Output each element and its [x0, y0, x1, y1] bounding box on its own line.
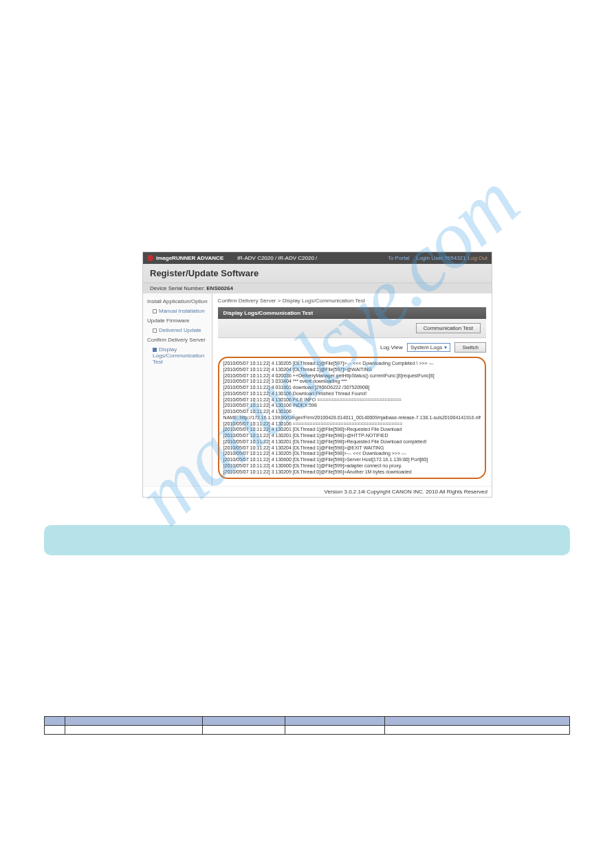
- bullet-icon: [153, 348, 157, 352]
- page-title: Register/Update Software: [150, 268, 485, 278]
- log-line: NAME::http://172.16.1.139:80/Ginger/Firm…: [223, 415, 481, 421]
- sidebar-item-label: Display Logs/Communication Test: [153, 346, 204, 365]
- communication-test-button[interactable]: Communication Test: [416, 323, 481, 333]
- log-line: [2010/05/07 10:11:22] 4 020036 ++Deliver…: [223, 373, 481, 379]
- sidebar-head-confirm: Confirm Delivery Server: [143, 335, 212, 345]
- model-label: iR-ADV C2020 / iR-ADV C2020 /: [237, 255, 317, 261]
- logview-select-value: System Logs: [410, 344, 442, 350]
- main-content: Confirm Delivery Server > Display Logs/C…: [212, 293, 492, 486]
- logout-link[interactable]: Log Out: [468, 255, 487, 261]
- th-code: [203, 717, 285, 726]
- portal-link[interactable]: To Portal: [388, 255, 410, 261]
- log-line: [2010/05/07 10:11:22] 4 130106 Download …: [223, 391, 481, 397]
- button-row: Communication Test: [218, 319, 486, 338]
- login-user: 7654321: [444, 255, 465, 261]
- log-line: [2010/05/07 10:11:22] 4 130106 FILE INFO…: [223, 397, 481, 403]
- logview-select[interactable]: System Logs▾: [407, 343, 450, 352]
- sidebar-item-delivered-update[interactable]: Delivered Update: [143, 326, 212, 335]
- bullet-icon: [153, 329, 157, 333]
- table-header-row: [45, 717, 570, 726]
- log-line: [2010/05/07 10:11:22] 3 130209 [DLThread…: [223, 469, 481, 476]
- serial-row: Device Serial Number: ENS00264: [143, 283, 492, 293]
- log-line: [2010/05/07 10:11:22] 4 130106 INDEX:598: [223, 403, 481, 409]
- td-code: [203, 726, 285, 735]
- version-footer: Version 3.0.2.14i Copyright CANON INC. 2…: [143, 486, 492, 497]
- log-line: [2010/05/07 10:11:22] 4 130106 =========…: [223, 421, 481, 427]
- login-user-label: Login User:7654321: [416, 255, 465, 261]
- logo-icon: [147, 255, 153, 261]
- log-line: [2010/05/07 10:11:22] 4 130600 [DLThread…: [223, 463, 481, 469]
- log-line: [2010/05/07 10:11:22] 4 130204 [DLThread…: [223, 367, 481, 373]
- table-row: [45, 726, 570, 735]
- breadcrumb: Confirm Delivery Server > Display Logs/C…: [218, 298, 486, 304]
- log-line: [2010/05/07 10:11:22] 4 130201 [DLThread…: [223, 427, 481, 433]
- note-box: [44, 525, 570, 555]
- th-symptom: [65, 717, 203, 726]
- th-no: [45, 717, 65, 726]
- td-symptom: [65, 726, 203, 735]
- bullet-icon: [153, 309, 157, 313]
- td-remedy: [385, 726, 570, 735]
- logview-label: Log View: [380, 344, 403, 350]
- switch-button[interactable]: Switch: [454, 342, 486, 353]
- log-area: [2010/05/07 10:11:22] 4 130205 [DLThread…: [218, 357, 486, 479]
- chevron-down-icon: ▾: [444, 344, 447, 350]
- td-no: [45, 726, 65, 735]
- log-line: [2010/05/07 10:11:22] 4 130201 [DLThread…: [223, 433, 481, 439]
- td-cause: [285, 726, 385, 735]
- app-header: imageRUNNER ADVANCE iR-ADV C2020 / iR-AD…: [143, 252, 492, 264]
- sidebar-item-display-logs[interactable]: Display Logs/Communication Test: [143, 345, 212, 366]
- page-header: Register/Update Software: [143, 264, 492, 283]
- sidebar-item-manual-install[interactable]: Manual Installation: [143, 307, 212, 315]
- log-line: [2010/05/07 10:11:22] 4 031601 download …: [223, 385, 481, 391]
- error-table: [44, 716, 570, 735]
- log-line: [2010/05/07 10:11:22] 4 130204 [DLThread…: [223, 445, 481, 452]
- sidebar-item-label: Delivered Update: [159, 327, 201, 333]
- serial-label: Device Serial Number:: [150, 285, 205, 291]
- panel-title: Display Logs/Communication Test: [218, 307, 486, 319]
- th-cause: [285, 717, 385, 726]
- sidebar: Install Application/Option Manual Instal…: [143, 293, 212, 486]
- screenshot-panel: imageRUNNER ADVANCE iR-ADV C2020 / iR-AD…: [142, 252, 492, 498]
- log-line: [2010/05/07 10:11:22] 4 130201 [DLThread…: [223, 439, 481, 445]
- th-remedy: [385, 717, 570, 726]
- sidebar-head-update: Update Firmware: [143, 315, 212, 326]
- sidebar-head-install: Install Application/Option: [143, 296, 212, 307]
- log-line: [2010/05/07 10:11:22] 4 130600 [DLThread…: [223, 457, 481, 463]
- log-line: [2010/05/07 10:11:22] 4 130205 [DLThread…: [223, 361, 481, 367]
- logview-row: Log View System Logs▾ Switch: [218, 338, 486, 357]
- log-line: [2010/05/07 10:11:22] 4 130106: [223, 409, 481, 415]
- log-line: [2010/05/07 10:11:22] 4 130205 [DLThread…: [223, 451, 481, 457]
- sidebar-item-label: Manual Installation: [159, 308, 205, 314]
- brand-label: imageRUNNER ADVANCE: [156, 255, 223, 261]
- log-line: [2010/05/07 10:11:22] 3 033404 *** event…: [223, 379, 481, 385]
- login-label: Login User:: [416, 255, 444, 261]
- serial-value: ENS00264: [206, 285, 233, 291]
